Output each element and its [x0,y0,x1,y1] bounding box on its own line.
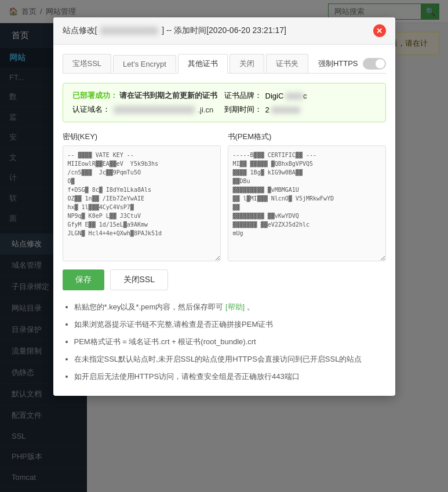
cert-brand-val: DigiC c [265,92,307,100]
ssl-tabs: 宝塔SSL Let's Encrypt 其他证书 关闭 证书夹 强制HTTPS [63,54,386,74]
tab-lets-encrypt[interactable]: Let's Encrypt [113,55,176,72]
cert-expiry-row: 到期时间： 2 [224,104,301,115]
modal-overlay[interactable]: 站点修改[ ] -- 添加时间[2020-06-20 23:21:17] ✕ 宝… [0,0,448,492]
expiry-val: 2 [265,105,301,114]
domain-label: 认证域名： [72,104,110,115]
cert-label: 书(PEM格式) [228,132,386,142]
modal-title: 站点修改[ ] -- 添加时间[2020-06-20 23:21:17] [63,25,286,36]
domain-val-blurred [114,106,195,114]
force-https-wrap: 强制HTTPS [318,58,386,70]
cert-brand-label: 证书品牌： [224,90,262,101]
key-box: 密钥(KEY) -- ▓▓▓▓ VATE KEY -- MIIEowlR▓▓EA… [63,132,221,261]
key-label: 密钥(KEY) [63,132,221,142]
tab-close[interactable]: 关闭 [230,54,264,73]
tips-list: 粘贴您的*.key以及*.pem内容，然后保存即可 [帮助] 。 如果浏览器提示… [63,300,386,384]
action-buttons: 保存 关闭SSL [63,269,386,290]
modal-domain-blurred [100,27,158,35]
tip-1: 粘贴您的*.key以及*.pem内容，然后保存即可 [帮助] 。 [74,300,386,315]
key-textarea[interactable]: -- ▓▓▓▓ VATE KEY -- MIIEowlR▓▓EA▓▓eV Y5k… [63,145,221,261]
modal-header: 站点修改[ ] -- 添加时间[2020-06-20 23:21:17] ✕ [53,17,395,45]
save-button[interactable]: 保存 [63,269,104,290]
tip-4: 在未指定SSL默认站点时,未开启SSL的站点使用HTTPS会直接访问到已开启SS… [74,352,386,367]
ssl-modal: 站点修改[ ] -- 添加时间[2020-06-20 23:21:17] ✕ 宝… [53,17,395,396]
close-button[interactable]: ✕ [373,24,386,37]
force-https-label: 强制HTTPS [318,59,358,69]
help-link[interactable]: [帮助] [225,303,245,311]
tab-other-cert[interactable]: 其他证书 [178,54,228,74]
success-notice: 已部署成功： 请在证书到期之前更新的证书 认证域名： .ji.cn 证书品牌： … [63,83,386,122]
close-ssl-button[interactable]: 关闭SSL [110,269,168,290]
tip-2: 如果浏览器提示证书链不完整,请检查是否正确拼接PEM证书 [74,317,386,332]
success-title: 已部署成功： 请在证书到期之前更新的证书 [72,90,224,101]
modal-body: 宝塔SSL Let's Encrypt 其他证书 关闭 证书夹 强制HTTPS … [53,45,395,396]
domain-val-suffix: .ji.cn [198,105,214,114]
cert-box: 书(PEM格式) -----B▓▓▓ CERTIFIC▓▓ --- MI▓▓ ▓… [228,132,386,261]
expiry-label: 到期时间： [224,104,262,115]
tab-cert-folder[interactable]: 证书夹 [266,54,308,73]
key-cert-row: 密钥(KEY) -- ▓▓▓▓ VATE KEY -- MIIEowlR▓▓EA… [63,132,386,261]
cert-brand-row: 证书品牌： DigiC c [224,90,307,101]
cert-domain-row: 认证域名： .ji.cn [72,104,224,115]
tip-3: PEM格式证书 = 域名证书.crt + 根证书(root_bundle).cr… [74,334,386,349]
cert-textarea[interactable]: -----B▓▓▓ CERTIFIC▓▓ --- MI▓▓ ▓▓▓▓▓ ▓QBh… [228,145,386,261]
tip-5: 如开启后无法使用HTTPS访问，请检查安全组是否正确放行443端口 [74,369,386,384]
force-https-toggle[interactable] [363,58,386,70]
tab-baota-ssl[interactable]: 宝塔SSL [63,54,112,73]
